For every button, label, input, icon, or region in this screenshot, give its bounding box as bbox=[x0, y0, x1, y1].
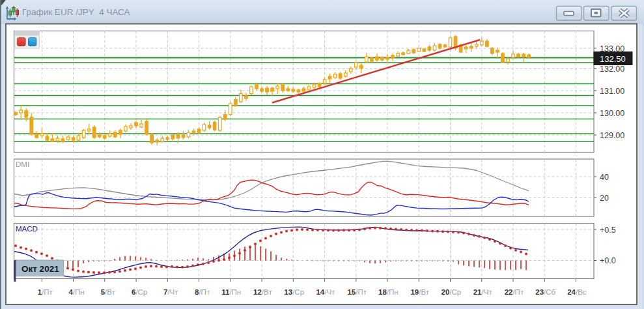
svg-text:DMI: DMI bbox=[16, 160, 29, 168]
svg-text:24/Вс: 24/Вс bbox=[567, 288, 587, 296]
svg-text:7/Чт: 7/Чт bbox=[163, 288, 178, 296]
svg-text:131.00: 131.00 bbox=[600, 87, 624, 96]
svg-text:MACD: MACD bbox=[16, 225, 38, 233]
svg-text:20: 20 bbox=[600, 194, 609, 203]
svg-text:18/Пн: 18/Пн bbox=[378, 288, 399, 296]
svg-text:1/Пт: 1/Пт bbox=[38, 288, 53, 296]
svg-text:График EUR /JPY 4 ЧАСА: График EUR /JPY 4 ЧАСА bbox=[22, 7, 130, 17]
svg-text:14/Чт: 14/Чт bbox=[316, 288, 335, 296]
svg-text:12/Вт: 12/Вт bbox=[253, 288, 272, 296]
svg-text:132.50: 132.50 bbox=[600, 54, 626, 64]
svg-text:23/Сб: 23/Сб bbox=[535, 288, 555, 296]
svg-text:21/Чт: 21/Чт bbox=[473, 288, 493, 296]
svg-text:22/Пт: 22/Пт bbox=[505, 288, 524, 296]
svg-text:19/Вт: 19/Вт bbox=[410, 288, 429, 296]
svg-text:Окт 2021: Окт 2021 bbox=[21, 264, 59, 274]
svg-text:5/Вт: 5/Вт bbox=[101, 288, 116, 296]
svg-text:15/Пт: 15/Пт bbox=[347, 288, 367, 296]
svg-text:130.00: 130.00 bbox=[600, 109, 624, 118]
svg-text:+0.5: +0.5 bbox=[600, 226, 616, 235]
svg-text:129.00: 129.00 bbox=[600, 131, 624, 140]
svg-text:20/Ср: 20/Ср bbox=[441, 288, 462, 296]
svg-text:11/Пн: 11/Пн bbox=[221, 288, 241, 296]
svg-text:+0.0: +0.0 bbox=[600, 256, 616, 265]
svg-text:8/Пт: 8/Пт bbox=[195, 288, 210, 296]
svg-text:13/Ср: 13/Ср bbox=[284, 288, 304, 296]
svg-text:132.00: 132.00 bbox=[600, 65, 624, 74]
svg-text:40: 40 bbox=[600, 173, 609, 182]
svg-text:4/Пн: 4/Пн bbox=[68, 288, 84, 296]
svg-text:6/Ср: 6/Ср bbox=[132, 288, 147, 296]
